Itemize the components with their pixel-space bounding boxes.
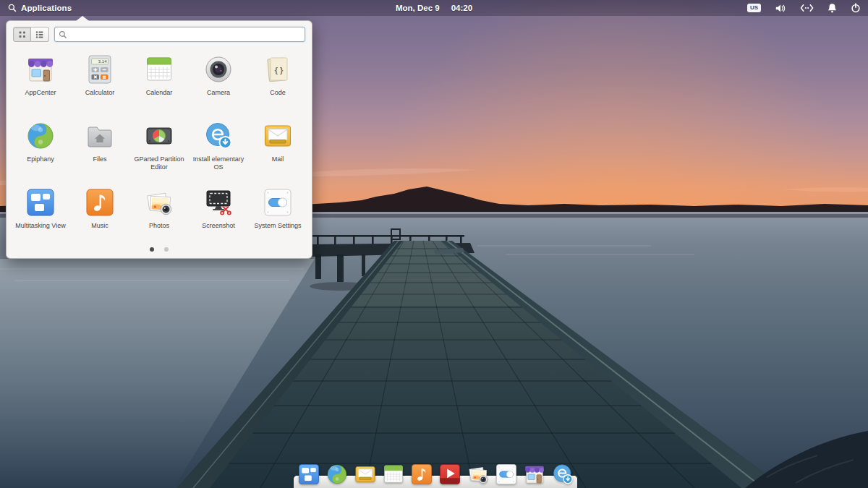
power-icon[interactable] [851, 3, 861, 13]
dock-photos[interactable] [465, 461, 491, 487]
dock-mail[interactable] [352, 461, 378, 487]
applications-label: Applications [21, 4, 72, 12]
app-photos[interactable]: Photos [129, 183, 189, 249]
application-launcher: AppCenter Calculator Calendar Camera Cod… [6, 20, 312, 259]
panel-time: 04:20 [451, 4, 472, 12]
app-multitasking-view[interactable]: Multitasking View [11, 183, 70, 249]
dock-videos[interactable] [437, 461, 463, 487]
gparted-icon [142, 119, 176, 153]
screenshot-icon [201, 185, 236, 220]
dock [296, 461, 576, 487]
mail-icon [260, 119, 295, 153]
network-icon[interactable] [800, 4, 814, 12]
launcher-tail [76, 16, 89, 21]
grid-view-button[interactable] [13, 27, 31, 42]
app-files[interactable]: Files [70, 116, 129, 183]
dock-calendar[interactable] [380, 461, 407, 487]
app-mail[interactable]: Mail [248, 116, 307, 183]
install-elementary-icon [201, 119, 236, 153]
view-toggle [13, 27, 49, 42]
app-appcenter[interactable]: AppCenter [11, 50, 70, 116]
app-epiphany[interactable]: Epiphany [11, 116, 70, 183]
photos-icon [142, 185, 176, 220]
code-icon [260, 52, 295, 87]
camera-icon [201, 52, 236, 87]
app-camera[interactable]: Camera [189, 50, 248, 116]
panel-date: Mon, Dec 9 [396, 4, 440, 12]
calculator-icon [82, 52, 117, 87]
app-calculator[interactable]: Calculator [70, 50, 129, 116]
notifications-bell-icon[interactable] [827, 3, 837, 13]
system-settings-icon [260, 185, 295, 220]
appcenter-icon [23, 52, 58, 87]
datetime-button[interactable]: Mon, Dec 9 04:20 [396, 4, 472, 12]
app-search-input[interactable] [70, 30, 301, 40]
app-calendar[interactable]: Calendar [129, 50, 189, 116]
dock-appcenter[interactable] [522, 461, 548, 487]
dock-multitasking-view[interactable] [296, 461, 322, 487]
dock-music[interactable] [409, 461, 435, 487]
panel-indicators: US [747, 0, 861, 16]
app-install-elementary[interactable]: Install elementary OS [189, 116, 248, 183]
dock-install-elementary[interactable] [550, 461, 576, 487]
volume-icon[interactable] [775, 4, 786, 13]
dock-epiphany[interactable] [324, 461, 350, 487]
files-icon [82, 119, 117, 153]
search-icon [8, 4, 17, 12]
app-grid: AppCenter Calculator Calendar Camera Cod… [7, 46, 312, 249]
music-icon [82, 185, 117, 220]
launcher-header [7, 21, 312, 42]
calendar-icon [142, 52, 176, 87]
search-icon [59, 30, 67, 39]
dock-system-settings[interactable] [493, 461, 519, 487]
page-dot-1[interactable] [150, 247, 154, 252]
app-search-field[interactable] [54, 27, 305, 42]
app-system-settings[interactable]: System Settings [248, 183, 307, 249]
applications-menu-button[interactable]: Applications [5, 0, 75, 16]
app-code[interactable]: Code [248, 50, 307, 116]
epiphany-icon [23, 119, 58, 153]
launcher-pagination [7, 247, 312, 252]
app-music[interactable]: Music [70, 183, 129, 249]
app-gparted[interactable]: GParted Partition Editor [129, 116, 189, 183]
top-panel: Applications Mon, Dec 9 04:20 US [0, 0, 868, 16]
page-dot-2[interactable] [164, 247, 169, 252]
multitasking-icon [23, 185, 58, 220]
app-screenshot[interactable]: Screenshot [189, 183, 248, 249]
list-view-button[interactable] [31, 27, 49, 42]
keyboard-layout-indicator[interactable]: US [747, 4, 761, 12]
desktop: 3.14 [0, 0, 868, 488]
